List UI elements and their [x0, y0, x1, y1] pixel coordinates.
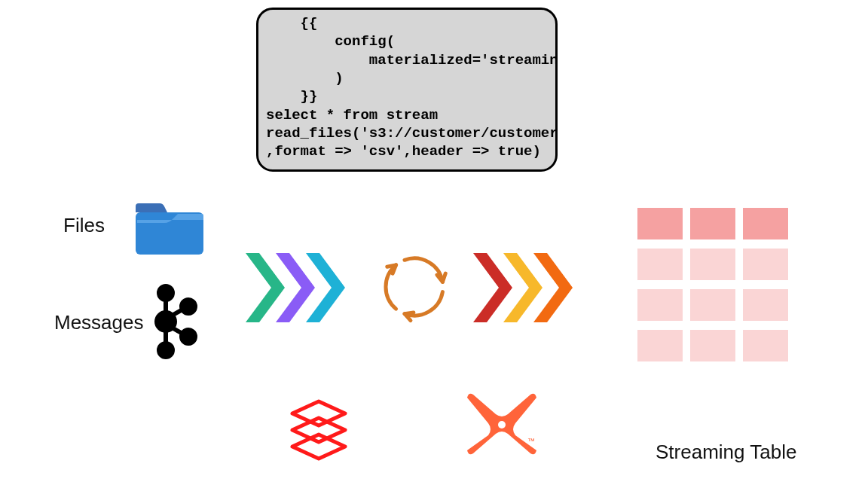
table-cell	[743, 208, 788, 239]
table-cell	[743, 330, 788, 361]
dbt-trademark: ™	[527, 437, 535, 445]
table-cell	[690, 330, 735, 361]
messages-label: Messages	[54, 311, 144, 334]
table-cell	[743, 289, 788, 321]
refresh-cycle-icon	[373, 246, 456, 331]
table-cell	[690, 208, 735, 239]
files-label: Files	[63, 214, 105, 237]
table-cell	[690, 249, 735, 280]
code-snippet: {{ config( materialized='streaming_table…	[256, 8, 558, 172]
svg-line-9	[172, 328, 184, 334]
table-cell	[637, 330, 683, 361]
svg-line-8	[172, 309, 184, 316]
kafka-icon	[152, 284, 197, 362]
table-cell	[637, 289, 683, 321]
flow-arrows-left-icon	[246, 250, 359, 328]
svg-point-3	[159, 343, 173, 357]
svg-point-10	[498, 421, 506, 429]
folder-icon	[134, 202, 205, 256]
flow-arrows-right-icon	[473, 250, 586, 328]
table-cell	[743, 249, 788, 280]
svg-point-1	[159, 286, 173, 300]
dbt-icon: ™	[466, 390, 538, 461]
table-cell	[637, 249, 683, 280]
databricks-icon	[285, 388, 353, 466]
table-cell	[690, 289, 735, 321]
streaming-table-label: Streaming Table	[656, 441, 796, 464]
table-cell	[637, 208, 683, 239]
